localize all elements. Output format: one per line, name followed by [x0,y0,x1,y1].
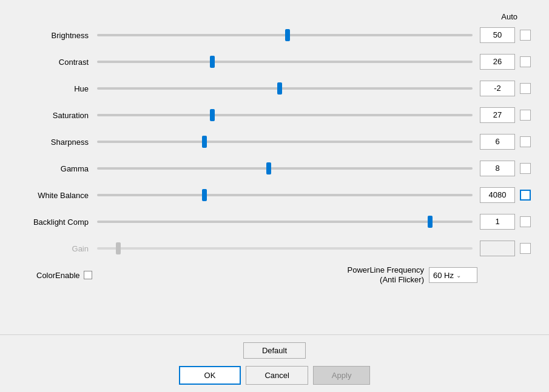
slider-thumb-3 [210,109,215,121]
auto-checkbox-6[interactable] [520,190,531,201]
settings-row: Sharpness6 [18,130,531,153]
settings-row: Gain [18,237,531,260]
value-input-5[interactable]: 8 [480,161,515,176]
row-label-saturation: Saturation [18,111,97,120]
value-input-2[interactable]: -2 [480,81,515,96]
slider-track-3 [97,114,473,116]
footer: Default OK Cancel Apply [0,334,549,392]
auto-checkbox-0[interactable] [520,30,531,41]
row-label-brightness: Brightness [18,31,97,40]
chevron-down-icon: ⌄ [456,272,461,279]
value-input-6[interactable]: 4080 [480,187,515,203]
value-input-0[interactable]: 50 [480,27,515,43]
slider-track-1 [97,61,473,63]
auto-checkbox-7[interactable] [520,216,531,227]
slider-container-3[interactable] [97,109,473,121]
value-input-1[interactable]: 26 [480,54,515,70]
settings-row: Contrast26 [18,50,531,73]
slider-track-2 [97,87,473,90]
value-input-7[interactable]: 1 [480,214,515,230]
powerline-section: PowerLine Frequency (Anti Flicker) 60 Hz… [348,265,477,284]
slider-thumb-8 [116,242,121,254]
slider-thumb-4 [202,136,207,148]
row-label-backlight-comp: Backlight Comp [18,218,97,227]
special-row: ColorEnable PowerLine Frequency (Anti Fl… [18,264,531,287]
powerline-label: PowerLine Frequency (Anti Flicker) [348,265,424,284]
settings-row: Gamma8 [18,157,531,180]
settings-row: Brightness50 [18,24,531,47]
slider-container-2[interactable] [97,82,473,95]
slider-thumb-6 [202,189,207,201]
slider-container-4[interactable] [97,136,473,148]
auto-checkbox-2[interactable] [520,83,531,94]
default-button[interactable]: Default [243,342,306,359]
value-input-4[interactable]: 6 [480,134,515,150]
settings-row: Saturation27 [18,104,531,127]
slider-thumb-2 [277,82,282,95]
color-enable-section: ColorEnable [36,271,92,280]
cancel-button[interactable]: Cancel [246,366,308,385]
ok-button[interactable]: OK [179,366,241,385]
row-label-contrast: Contrast [18,58,97,67]
slider-track-5 [97,167,473,170]
slider-thumb-1 [210,56,215,68]
auto-checkbox-3[interactable] [520,110,531,121]
auto-column-header: Auto [501,12,517,21]
row-label-white-balance: White Balance [18,191,97,200]
slider-track-8 [97,247,473,250]
value-input-8[interactable] [480,241,515,256]
slider-track-0 [97,34,473,36]
slider-container-8[interactable] [97,242,473,254]
row-label-sharpness: Sharpness [18,138,97,147]
slider-container-6[interactable] [97,189,473,201]
row-label-hue: Hue [18,84,97,93]
powerline-select[interactable]: 60 Hz ⌄ [429,267,477,283]
slider-container-7[interactable] [97,216,473,228]
settings-row: Hue-2 [18,77,531,100]
settings-row: White Balance4080 [18,184,531,207]
slider-container-1[interactable] [97,56,473,68]
value-input-3[interactable]: 27 [480,107,515,123]
slider-thumb-5 [266,162,271,174]
powerline-value: 60 Hz [433,271,454,280]
auto-checkbox-5[interactable] [520,163,531,174]
slider-thumb-7 [428,216,433,228]
row-label-gamma: Gamma [18,164,97,173]
slider-track-6 [97,194,473,196]
apply-button[interactable]: Apply [313,366,371,385]
auto-checkbox-1[interactable] [520,56,531,67]
slider-thumb-0 [285,29,290,41]
auto-checkbox-4[interactable] [520,136,531,147]
row-label-gain: Gain [18,244,97,253]
slider-container-5[interactable] [97,162,473,174]
color-enable-checkbox[interactable] [84,271,92,279]
slider-track-4 [97,141,473,143]
auto-checkbox-8[interactable] [520,243,531,254]
settings-row: Backlight Comp1 [18,210,531,233]
slider-track-7 [97,221,473,223]
color-enable-label: ColorEnable [36,271,80,280]
slider-container-0[interactable] [97,29,473,41]
